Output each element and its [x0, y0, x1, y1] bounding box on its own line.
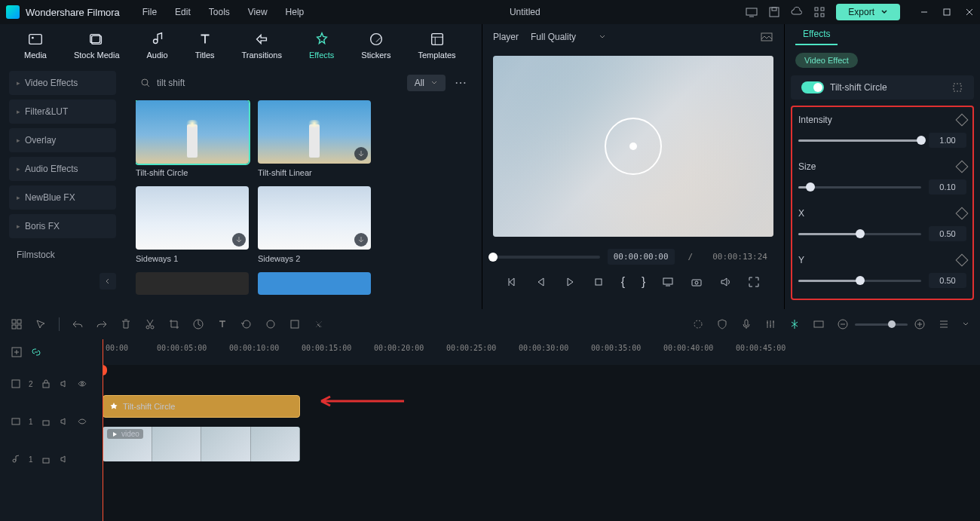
preview-scrubber[interactable] [493, 256, 600, 259]
keyframe-size-button[interactable] [956, 161, 969, 173]
save-icon[interactable] [768, 6, 780, 18]
snapshot-icon[interactable] [760, 30, 773, 44]
play-icon[interactable] [564, 276, 576, 288]
effect-sideways-2[interactable]: Sideways 2 [258, 186, 371, 263]
layout-icon[interactable] [11, 318, 23, 330]
timeline-video-clip[interactable]: video [103, 427, 300, 461]
effect-tilt-shift-linear[interactable]: Tilt-shift Linear [258, 100, 371, 177]
effect-extra-1[interactable] [136, 272, 249, 295]
effect-extra-2[interactable] [258, 272, 371, 295]
visibility-icon[interactable] [77, 378, 87, 389]
cloud-icon[interactable] [791, 6, 803, 18]
collapse-sidebar-button[interactable] [100, 273, 116, 290]
undo-icon[interactable] [72, 318, 84, 330]
inspector-tab-effects[interactable]: Effects [795, 24, 838, 45]
mark-in-icon[interactable]: { [621, 275, 625, 289]
tab-templates[interactable]: Templates [404, 31, 469, 60]
mark-out-icon[interactable]: } [642, 275, 645, 289]
y-value[interactable]: 0.50 [929, 273, 966, 288]
sidebar-item-filmstock[interactable]: Filmstock [9, 243, 116, 267]
zoom-in-icon[interactable] [914, 318, 926, 330]
minimize-icon[interactable] [920, 8, 929, 17]
mask-icon[interactable] [289, 318, 301, 330]
intensity-slider[interactable] [798, 139, 921, 142]
quality-dropdown[interactable]: Full Quality [531, 32, 606, 42]
search-input[interactable] [157, 78, 397, 88]
tab-titles[interactable]: Titles [182, 31, 228, 60]
tab-stock-media[interactable]: Stock Media [60, 31, 133, 60]
menu-tools[interactable]: Tools [209, 7, 230, 17]
menu-edit[interactable]: Edit [175, 7, 191, 17]
render-icon[interactable] [813, 318, 825, 330]
volume-icon[interactable] [719, 276, 731, 288]
size-slider[interactable] [798, 186, 921, 188]
color-icon[interactable] [265, 318, 277, 330]
sidebar-item-boris[interactable]: ▸Boris FX [9, 214, 116, 238]
effect-toggle[interactable] [801, 81, 824, 93]
mute-icon[interactable] [59, 378, 69, 389]
maximize-icon[interactable] [942, 8, 951, 17]
export-button[interactable]: Export [836, 4, 900, 20]
tab-transitions[interactable]: Transitions [228, 31, 296, 60]
redo-icon[interactable] [96, 318, 108, 330]
visibility-icon[interactable] [77, 416, 87, 427]
screen-icon[interactable] [746, 6, 758, 18]
mic-icon[interactable] [740, 318, 752, 330]
timeline-effect-clip[interactable]: Tilt-shift Circle [103, 395, 300, 418]
stop-icon[interactable] [593, 276, 605, 288]
x-value[interactable]: 0.50 [929, 226, 966, 241]
mixer-icon[interactable] [764, 318, 776, 330]
zoom-slider[interactable] [855, 323, 908, 326]
size-value[interactable]: 0.10 [929, 179, 966, 195]
keyframe-y-button[interactable] [956, 254, 969, 267]
dropdown-icon[interactable] [962, 320, 969, 328]
cut-icon[interactable] [144, 318, 156, 330]
menu-help[interactable]: Help [286, 7, 305, 17]
lock-icon[interactable] [41, 378, 51, 389]
fullscreen-icon[interactable] [748, 276, 760, 288]
select-tool-icon[interactable] [35, 318, 47, 330]
camera-icon[interactable] [691, 276, 703, 288]
sidebar-item-filter-lut[interactable]: ▸Filter&LUT [9, 100, 116, 124]
filter-dropdown[interactable]: All [407, 75, 446, 91]
mute-icon[interactable] [59, 454, 69, 464]
add-track-icon[interactable] [11, 346, 23, 358]
intensity-value[interactable]: 1.00 [929, 133, 966, 148]
more-options-button[interactable]: ⋯ [452, 72, 471, 93]
search-field[interactable] [136, 75, 401, 91]
menu-view[interactable]: View [248, 7, 268, 17]
link-icon[interactable] [30, 346, 42, 358]
menu-file[interactable]: File [142, 7, 157, 17]
tab-audio[interactable]: Audio [133, 31, 182, 60]
keyframe-intensity-button[interactable] [956, 114, 969, 127]
delete-icon[interactable] [120, 318, 132, 330]
tab-media[interactable]: Media [11, 31, 60, 60]
sidebar-item-overlay[interactable]: ▸Overlay [9, 128, 116, 152]
timeline-ruler[interactable]: 00:00 00:00:05:00 00:00:10:00 00:00:15:0… [103, 339, 980, 365]
marker-icon[interactable] [692, 318, 704, 330]
crop-tool-icon[interactable] [168, 318, 180, 330]
effect-sideways-1[interactable]: Sideways 1 [136, 186, 249, 263]
sidebar-item-audio-effects[interactable]: ▸Audio Effects [9, 157, 116, 181]
playhead[interactable] [103, 339, 103, 521]
lock-icon[interactable] [41, 416, 51, 427]
lock-icon[interactable] [41, 454, 51, 464]
rotate-icon[interactable] [240, 318, 253, 330]
split-icon[interactable] [789, 318, 801, 330]
apps-icon[interactable] [813, 6, 825, 18]
tab-stickers[interactable]: Stickers [348, 31, 404, 60]
preview-viewport[interactable] [493, 56, 773, 237]
tab-effects[interactable]: Effects [296, 31, 348, 60]
sidebar-item-newblue[interactable]: ▸NewBlue FX [9, 185, 116, 210]
close-icon[interactable] [965, 8, 974, 17]
x-slider[interactable] [798, 233, 921, 235]
shield-icon[interactable] [716, 318, 728, 330]
speed-icon[interactable] [192, 318, 204, 330]
display-icon[interactable] [662, 276, 674, 288]
y-slider[interactable] [798, 280, 921, 282]
track-options-icon[interactable] [938, 318, 950, 330]
more-tools-icon[interactable] [313, 318, 325, 330]
zoom-out-icon[interactable] [837, 318, 849, 330]
effect-tilt-shift-circle[interactable]: Tilt-shift Circle [136, 100, 249, 177]
mute-icon[interactable] [59, 416, 69, 427]
